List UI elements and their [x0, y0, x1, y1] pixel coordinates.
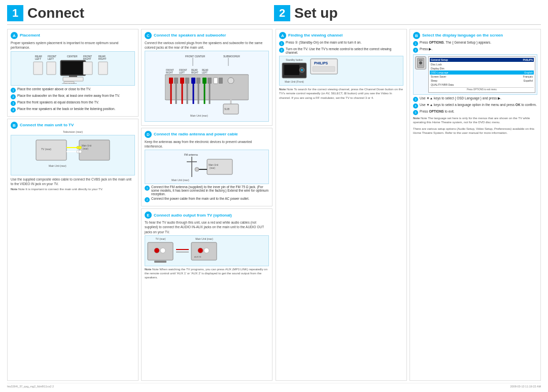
col-language: B Select the display language on the scr…: [409, 29, 541, 381]
speakers-body: Connect the various colored plugs from t…: [145, 41, 269, 50]
svg-point-29: [79, 150, 82, 153]
svg-text:LEFT: LEFT: [179, 72, 185, 74]
section-audio-output: E Connect audio output from TV (optional…: [141, 208, 272, 381]
svg-text:SUB: SUB: [224, 108, 230, 111]
menu-footer: Press OPTIONS to exit menu: [430, 87, 534, 91]
section-connect-tv: B Connect the main unit to TV Television…: [7, 119, 139, 381]
list-item: 1 Press ① (Standby-On) on the main unit …: [279, 41, 403, 46]
svg-rect-53: [219, 78, 223, 84]
svg-rect-52: [214, 78, 218, 84]
footer-right: 2008-03-13 11:19:22 AM: [510, 385, 541, 388]
svg-text:TV (rear): TV (rear): [41, 148, 51, 151]
remote-unit-diagram: Standby button Main Unit (Front): [279, 56, 403, 86]
list-item: 2 Turn on the TV. Use the TV's remote co…: [279, 47, 403, 54]
finding-header: A Finding the viewing channel: [279, 32, 403, 39]
svg-point-81: [198, 248, 203, 253]
svg-text:RIGHT: RIGHT: [98, 57, 107, 60]
svg-text:SUBWOOFER: SUBWOOFER: [223, 55, 240, 58]
section-antenna: D Connect the radio antenna and power ca…: [141, 128, 272, 206]
menu-row: QUALITY/VBR Data: [430, 83, 534, 87]
placement-letter: A: [11, 32, 18, 39]
antenna-svg: FM antenna Main Unit (rear) Main Unit (r…: [169, 152, 245, 182]
connect-tv-body: Use the supplied composite video cable t…: [11, 177, 135, 186]
svg-rect-13: [69, 76, 77, 77]
audio-output-letter: E: [145, 211, 152, 219]
col-speakers: C Connect the speakers and subwoofer Con…: [141, 29, 272, 381]
svg-rect-49: [196, 78, 200, 84]
placement-title: Placement: [20, 33, 40, 38]
list-item: 4 Place the rear speakers at the back or…: [11, 107, 135, 113]
svg-rect-15: [83, 62, 92, 75]
svg-point-74: [195, 167, 199, 171]
svg-point-87: [301, 69, 303, 71]
tv-connection-svg: TV (rear) Main Unit (rear): [33, 137, 112, 173]
unit-rear-diagram: Main Unit (rear) AUX IN: [190, 237, 218, 264]
speakers-title: Connect the speakers and subwoofer: [154, 33, 226, 38]
section-finding: A Finding the viewing channel 1 Press ① …: [276, 29, 407, 381]
finding-steps: 1 Press ① (Standby-On) on the main unit …: [279, 41, 403, 54]
audio-cables: [176, 249, 189, 253]
svg-text:RIGHT: RIGHT: [191, 72, 198, 74]
svg-text:PHILIPS: PHILIPS: [314, 61, 328, 65]
antenna-header: D Connect the radio antenna and power ca…: [145, 131, 269, 138]
connect-header: 1 Connect: [7, 5, 274, 21]
menu-row-osd: OSD Language English: [430, 70, 534, 75]
svg-rect-85: [284, 65, 299, 75]
svg-text:Main Unit: Main Unit: [209, 164, 219, 166]
language-note2: There are various setup options (Audio S…: [413, 127, 537, 135]
svg-text:LEFT: LEFT: [202, 72, 208, 74]
tv-rear-diagram: TV (rear): [147, 237, 175, 264]
svg-point-78: [154, 248, 159, 253]
section-language: B Select the display language on the scr…: [409, 29, 541, 381]
svg-rect-51: [208, 78, 212, 84]
svg-text:LEFT: LEFT: [35, 57, 41, 60]
menu-row: Display Dim: [430, 66, 534, 70]
connector-svg: FRONT CENTER SUBWOOFER FRONT RIGHT FRONT…: [165, 53, 249, 119]
speakers-letter: C: [145, 32, 152, 39]
section-speakers: C Connect the speakers and subwoofer Con…: [141, 29, 272, 126]
main-content: A Placement Proper speakers system place…: [7, 29, 541, 381]
language-steps-cont: 3 Use ▼▲ keys to select { OSD Language }…: [413, 96, 537, 115]
audio-output-diagram: TV (rear): [145, 235, 269, 266]
svg-rect-50: [202, 78, 207, 84]
svg-text:RIGHT: RIGHT: [166, 72, 173, 74]
svg-text:Main Unit (rear): Main Unit (rear): [172, 179, 189, 182]
list-item: 2 Connect the power cable from the main …: [145, 197, 269, 202]
setup-title: Set up: [294, 5, 338, 21]
list-item: 4 Use ▼▲ keys to select a language optio…: [413, 103, 537, 109]
svg-text:AUX IN: AUX IN: [194, 256, 201, 258]
svg-point-82: [204, 248, 209, 253]
list-item: 2 Press ▶.: [413, 47, 537, 53]
svg-rect-23: [79, 140, 110, 160]
svg-point-28: [79, 146, 82, 149]
svg-text:(rear): (rear): [83, 148, 89, 150]
antenna-steps: 1 Connect the FM antenna (supplied) to t…: [145, 185, 269, 202]
connect-title: Connect: [27, 5, 84, 21]
svg-rect-47: [185, 78, 189, 84]
list-item: 3 Place the front speakers at equal dist…: [11, 100, 135, 106]
svg-text:Main Unit (rear): Main Unit (rear): [190, 114, 208, 117]
language-letter: B: [413, 32, 420, 39]
svg-rect-12: [61, 61, 85, 75]
speaker-svg: REAR LEFT FRONT LEFT CENTER FRONT RIGHT …: [32, 53, 114, 84]
list-item: 1 Press OPTIONS. The { General Setup } a…: [413, 41, 537, 46]
svg-point-79: [160, 248, 165, 253]
menu-row: Screen Saver Français: [430, 75, 534, 79]
finding-letter: A: [279, 32, 286, 39]
col-finding: A Finding the viewing channel 1 Press ① …: [276, 29, 407, 381]
menu-row: Sleep Español: [430, 79, 534, 83]
antenna-diagram: FM antenna Main Unit (rear) Main Unit (r…: [145, 150, 269, 184]
standby-area: Standby button Main Unit (Front): [282, 58, 307, 83]
svg-text:Main Unit: Main Unit: [82, 145, 92, 147]
svg-text:RIGHT: RIGHT: [83, 57, 91, 60]
red-cable: [176, 249, 189, 250]
setup-number: 2: [274, 5, 290, 21]
audio-output-body: To hear the TV audio through this unit, …: [145, 220, 269, 234]
connect-tv-letter: B: [11, 122, 18, 129]
svg-rect-16: [98, 62, 108, 75]
antenna-title: Connect the radio antenna and power cabl…: [154, 132, 238, 137]
tv-rear-svg: [147, 241, 175, 264]
placement-intro: Proper speakers system placement is impo…: [11, 41, 135, 50]
section-placement: A Placement Proper speakers system place…: [7, 29, 139, 117]
antenna-letter: D: [145, 131, 152, 138]
